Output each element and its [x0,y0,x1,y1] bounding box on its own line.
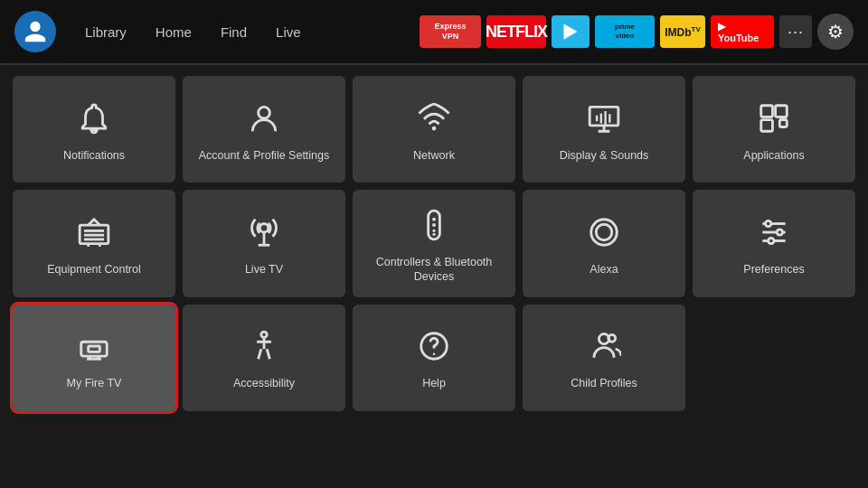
antenna-icon [243,211,285,253]
tile-equipment-label: Equipment Control [47,262,141,277]
tv-icon [73,211,115,253]
freevee-icon [559,19,582,44]
more-icon: ··· [788,23,804,42]
svg-rect-4 [761,106,773,117]
svg-point-24 [432,233,435,236]
app-netflix[interactable]: NETFLIX [486,15,546,48]
svg-rect-7 [779,119,787,127]
svg-point-30 [766,221,771,226]
svg-marker-0 [563,23,577,39]
child-profiles-icon [583,325,625,367]
netflix-label: NETFLIX [486,23,547,42]
tile-notifications[interactable]: Notifications [13,76,175,183]
tile-controllers-bluetooth[interactable]: Controllers & Bluetooth Devices [353,190,515,297]
tile-child-profiles-label: Child Profiles [571,376,637,390]
tile-my-fire-tv-label: My Fire TV [67,376,122,390]
nav-live[interactable]: Live [263,19,314,45]
tile-live-tv[interactable]: Live TV [183,190,345,297]
nav-apps: ExpressVPN NETFLIX primevideo IMDbTV ▶ Y… [420,14,854,50]
svg-point-1 [259,107,270,118]
navbar: Library Home Find Live ExpressVPN NETFLI… [0,0,868,63]
svg-point-2 [432,127,437,131]
svg-rect-3 [590,107,618,126]
app-imdb[interactable]: IMDbTV [660,15,705,48]
tile-notifications-label: Notifications [63,148,125,163]
nav-more-button[interactable]: ··· [779,15,812,48]
app-youtube[interactable]: ▶ YouTube [711,15,774,48]
display-icon [583,98,625,139]
tile-alexa-label: Alexa [590,262,618,277]
tile-network[interactable]: Network [353,76,515,183]
apps-icon [753,98,795,139]
tile-account-profile[interactable]: Account & Profile Settings [183,76,345,183]
nav-find[interactable]: Find [208,19,259,45]
nav-links: Library Home Find Live [72,19,314,45]
wifi-icon [413,98,455,139]
expressvpn-label: ExpressVPN [434,22,466,42]
tile-preferences[interactable]: Preferences [693,190,855,297]
tile-my-fire-tv[interactable]: My Fire TV [13,305,175,411]
bell-icon [73,98,115,139]
person-icon [243,98,285,139]
settings-grid: Notifications Account & Profile Settings… [0,65,868,422]
gear-icon: ⚙ [827,21,844,42]
svg-point-43 [609,335,616,343]
svg-rect-5 [776,106,788,117]
svg-point-26 [596,224,611,239]
tile-preferences-label: Preferences [743,262,804,277]
sliders-icon [753,211,795,253]
svg-rect-6 [761,119,773,131]
settings-button[interactable]: ⚙ [817,14,854,50]
tile-network-label: Network [413,148,455,163]
svg-point-31 [777,230,782,235]
nav-library[interactable]: Library [72,19,139,45]
svg-point-38 [261,333,267,338]
svg-point-32 [769,238,774,243]
app-expressvpn[interactable]: ExpressVPN [420,15,481,48]
svg-rect-33 [81,343,108,357]
nav-home[interactable]: Home [143,19,204,45]
tile-help-label: Help [422,376,446,390]
app-prime[interactable]: primevideo [595,15,655,48]
accessibility-icon [243,325,285,367]
svg-rect-37 [89,346,100,352]
avatar[interactable] [14,11,56,52]
firetv-icon [73,325,115,367]
svg-point-20 [432,218,436,221]
tile-applications-label: Applications [743,148,804,163]
prime-label: primevideo [615,23,635,42]
svg-point-16 [259,224,269,233]
tile-child-profiles[interactable]: Child Profiles [523,305,685,411]
svg-point-23 [432,230,435,232]
app-freevee[interactable] [552,15,590,48]
tile-display-sounds[interactable]: Display & Sounds [523,76,685,183]
tile-account-label: Account & Profile Settings [199,148,330,163]
help-icon [413,325,455,367]
alexa-icon [583,211,625,253]
tile-applications[interactable]: Applications [693,76,855,183]
imdb-label: IMDbTV [665,25,701,39]
tile-accessibility-label: Accessibility [233,376,295,390]
youtube-label: ▶ YouTube [718,21,767,43]
tile-display-label: Display & Sounds [560,148,649,163]
tile-alexa[interactable]: Alexa [523,190,685,297]
tile-help[interactable]: Help [353,305,515,411]
tile-equipment-control[interactable]: Equipment Control [13,190,175,297]
remote-icon [413,204,455,246]
svg-point-41 [433,353,436,356]
tile-accessibility[interactable]: Accessibility [183,305,345,411]
tile-controllers-label: Controllers & Bluetooth Devices [360,255,508,285]
tile-live-tv-label: Live TV [245,262,283,277]
